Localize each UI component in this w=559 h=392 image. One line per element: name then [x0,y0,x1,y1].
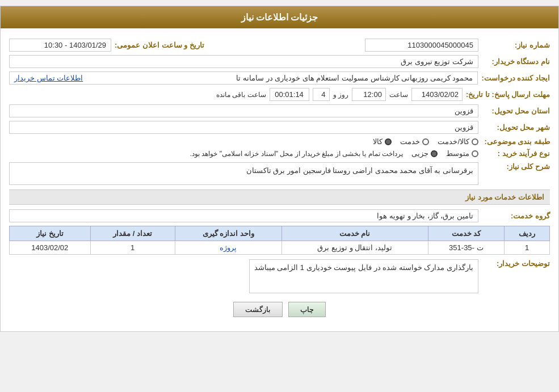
table-cell-4: 1 [90,241,175,255]
services-section-title: اطلاعات خدمات مورد نیاز [9,189,550,205]
need-desc-value: برقرسانی به آقای محمد محمدی اراضی روستا … [9,162,478,185]
page-header: جزئیات اطلاعات نیاز [1,6,558,28]
purchase-juzyi[interactable]: جزیی [411,149,438,158]
creator-value: محمود کریمی روزبهانی کارشناس مسولیت استع… [236,74,473,82]
buyer-notes-label: توضیحات خریدار: [482,259,550,268]
province-label: استان محل تحویل: [482,107,550,115]
category-options: کالا/خدمت خدمت کالا [373,137,478,146]
purchase-type-section: متوسط جزیی پرداخت تمام یا بخشی از مبلغ خ… [9,149,478,158]
purchase-type-label: نوع فرآیند خرید : [482,149,550,158]
radio-khidmat-icon [422,138,429,145]
deadline-days: 4 [313,88,330,101]
print-button[interactable]: چاپ [288,302,326,317]
col-row: ردیف [505,226,550,241]
category-label: طبقه بندی موضوعی: [482,137,550,146]
table-cell-1: ت -35-351 [428,241,505,255]
purchase-options: متوسط جزیی [411,149,478,158]
province-value: قزوین [9,104,478,117]
category-khidmat-label: خدمت [400,137,420,146]
deadline-date: 1403/02/02 [411,88,463,101]
announce-value: 1403/01/29 - 10:30 [9,39,111,52]
col-date: تاریخ نیاز [10,226,91,241]
action-buttons: چاپ بازگشت [9,302,550,317]
page-title: جزئیات اطلاعات نیاز [241,12,318,22]
deadline-time: 12:00 [352,88,386,101]
deadline-day-label: روز و [333,91,348,99]
col-code: کد خدمت [428,226,505,241]
col-quantity: تعداد / مقدار [90,226,175,241]
radio-kala-khidmat-icon [472,138,478,145]
category-kala[interactable]: کالا [373,137,392,146]
deadline-time-label: ساعت [389,91,408,99]
city-label: شهر محل تحویل: [482,123,550,132]
service-group-value: تامین برق، گاز، بخار و تهویه هوا [9,209,478,222]
buyer-notes-text: بارگذاری مدارک خواسته شده در فایل پیوست … [254,263,473,272]
need-number-label: شماره نیاز: [482,41,550,49]
col-unit: واحد اندازه گیری [175,226,281,241]
table-cell-0: 1 [505,241,550,255]
category-kala-khidmat-label: کالا/خدمت [438,137,469,146]
radio-juzyi-icon [431,150,438,157]
buyer-notes-value: بارگذاری مدارک خواسته شده در فایل پیوست … [249,259,478,293]
table-row: 1ت -35-351تولید، انتقال و توزیع برقپروژه… [10,241,550,255]
city-value: قزوین [9,121,478,134]
category-kala-khidmat[interactable]: کالا/خدمت [438,137,478,146]
countdown-label: ساعت باقی مانده [216,91,266,99]
radio-mutavasit-icon [472,150,478,157]
purchase-mutavasit-label: متوسط [446,149,469,158]
category-kala-label: کالا [373,137,383,146]
radio-kala-icon [385,138,392,145]
deadline-label: مهلت ارسال پاسخ: تا تاریخ: [466,90,550,99]
purchase-mutavasit[interactable]: متوسط [446,149,478,158]
requester-org-label: نام دستگاه خریدار: [482,57,550,66]
announce-label: تاریخ و ساعت اعلان عمومی: [115,41,204,49]
requester-org-value: شرکت توزیع نیروی برق [9,55,478,68]
service-group-label: گروه خدمت: [482,212,550,220]
purchase-juzyi-label: جزیی [411,149,428,158]
table-cell-3: پروژه [175,241,281,255]
creator-link[interactable]: اطلاعات تماس خریدار [14,74,83,82]
col-name: نام خدمت [281,226,428,241]
creator-field: محمود کریمی روزبهانی کارشناس مسولیت استع… [9,71,478,85]
back-button[interactable]: بازگشت [233,302,283,317]
table-cell-5: 1403/02/02 [10,241,91,255]
need-desc-label: شرح کلی نیاز: [482,162,550,171]
services-table: ردیف کد خدمت نام خدمت واحد اندازه گیری ت… [9,226,550,255]
countdown-value: 00:01:14 [270,88,309,101]
purchase-text: پرداخت تمام یا بخشی از مبلغ خریدار از مح… [190,150,403,158]
creator-label: ایجاد کننده درخواست: [481,74,550,82]
table-cell-2: تولید، انتقال و توزیع برق [281,241,428,255]
need-number-value: 1103000045000045 [365,39,478,52]
category-khidmat[interactable]: خدمت [400,137,429,146]
